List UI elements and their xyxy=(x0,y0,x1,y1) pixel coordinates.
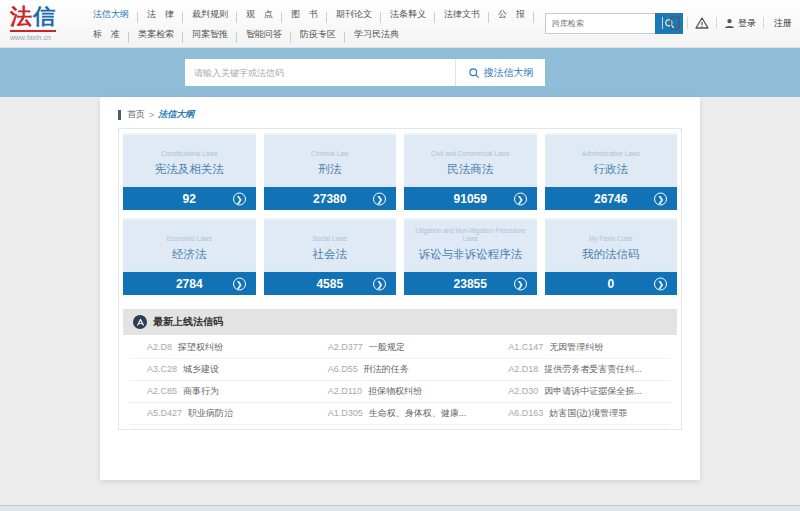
card-count: 91059 xyxy=(454,192,487,206)
login-link[interactable]: 登录 xyxy=(738,17,756,30)
faxin-code-title: 职业病防治 xyxy=(188,408,233,418)
arrow-circle-icon[interactable]: ❯ xyxy=(654,192,667,205)
card-body: Constitutional Laws 宪法及相关法 xyxy=(123,133,256,187)
card-administrative-laws[interactable]: Administrative Laws 行政法 26746 ❯ xyxy=(545,133,678,210)
nav-item-faxin-outline[interactable]: 法信大纲 xyxy=(84,8,138,21)
card-criminal-law[interactable]: Criminal Law 刑法 27380 ❯ xyxy=(264,133,397,210)
list-item[interactable]: A2.D18提供劳务者受害责任纠... xyxy=(490,359,671,381)
faxin-code-title: 探望权纠纷 xyxy=(178,342,223,352)
faxin-code: A1.C147 xyxy=(508,342,543,352)
card-body: Criminal Law 刑法 xyxy=(264,133,397,187)
register-link[interactable]: 注册 xyxy=(774,17,792,30)
main-search-button[interactable]: 搜法信大纲 xyxy=(455,59,545,86)
nav-item-journal-articles[interactable]: 期刊论文 xyxy=(327,8,381,21)
user-icon[interactable] xyxy=(724,18,735,29)
faxin-logo[interactable]: 法信 www.faxin.cn xyxy=(10,5,76,41)
breadcrumb-current[interactable]: 法信大纲 xyxy=(158,108,194,121)
card-count-bar: 2784 ❯ xyxy=(123,272,256,295)
nav-item-similar-case-search[interactable]: 类案检索 xyxy=(129,28,183,41)
nav-item-law[interactable]: 法 律 xyxy=(138,8,183,21)
breadcrumb-home[interactable]: 首页 xyxy=(127,108,145,121)
list-item[interactable]: A2.D377一般规定 xyxy=(310,337,491,359)
mobile-icon[interactable] xyxy=(670,16,680,30)
card-civil-commercial-laws[interactable]: Civil and Commercial Laws 民法商法 91059 ❯ xyxy=(404,133,537,210)
card-english-caption: Administrative Laws xyxy=(545,141,678,158)
list-item[interactable]: A2.C85商事行为 xyxy=(129,381,310,403)
faxin-code-title: 妨害国(边)境管理罪 xyxy=(549,408,627,418)
faxin-code: A2.D8 xyxy=(147,342,172,352)
faxin-code: A6.D163 xyxy=(508,408,543,418)
main-search-input[interactable] xyxy=(185,59,455,86)
latest-section-header: 最新上线法信码 xyxy=(123,309,677,335)
arrow-circle-icon[interactable]: ❯ xyxy=(654,277,667,290)
latest-codes-list: A2.D8探望权纠纷 A2.D377一般规定 A1.C147无因管理纠纷 A3.… xyxy=(123,337,677,425)
card-my-faxin-code[interactable]: My Faxin Code 我的法信码 0 ❯ xyxy=(545,218,678,295)
footer-strip xyxy=(0,505,800,511)
nav-item-legal-documents[interactable]: 法律文书 xyxy=(435,8,489,21)
faxin-code-title: 一般规定 xyxy=(369,342,405,352)
list-item[interactable]: A1.D305生命权、身体权、健康... xyxy=(310,403,491,425)
list-item[interactable]: A5.D427职业病防治 xyxy=(129,403,310,425)
list-item[interactable]: A2.D110担保物权纠纷 xyxy=(310,381,491,403)
faxin-code-title: 担保物权纠纷 xyxy=(368,386,422,396)
faxin-code-title: 因申请诉中证据保全损... xyxy=(544,386,642,396)
main-search-button-label: 搜法信大纲 xyxy=(484,66,534,80)
list-item[interactable]: A3.C28城乡建设 xyxy=(129,359,310,381)
card-body: My Faxin Code 我的法信码 xyxy=(545,218,678,272)
nav-item-standards[interactable]: 标 准 xyxy=(84,28,129,41)
faxin-code-title: 生命权、身体权、健康... xyxy=(369,408,467,418)
card-count: 92 xyxy=(183,192,196,206)
faxin-code-title: 城乡建设 xyxy=(183,364,219,374)
card-body: Economic Laws 经济法 xyxy=(123,218,256,272)
card-count: 27380 xyxy=(313,192,346,206)
card-litigation-procedure-laws[interactable]: Litigation and Non-litigation Procedure … xyxy=(404,218,537,295)
faxin-code: A2.C85 xyxy=(147,386,177,396)
card-count-bar: 26746 ❯ xyxy=(545,187,678,210)
arrow-circle-icon[interactable]: ❯ xyxy=(373,277,386,290)
faxin-code: A3.C28 xyxy=(147,364,177,374)
nav-item-law-interpretation[interactable]: 法条释义 xyxy=(381,8,435,21)
card-title: 经济法 xyxy=(123,247,256,262)
card-title: 宪法及相关法 xyxy=(123,162,256,177)
main-nav: 法信大纲 法 律 裁判规则 观 点 图 书 期刊论文 法条释义 法律文书 公 报… xyxy=(84,4,534,44)
arrow-circle-icon[interactable]: ❯ xyxy=(233,192,246,205)
breadcrumb: 首页 > 法信大纲 xyxy=(100,97,700,128)
outline-panel: Constitutional Laws 宪法及相关法 92 ❯ Criminal… xyxy=(118,128,682,430)
faxin-code-title: 无因管理纠纷 xyxy=(549,342,603,352)
card-economic-laws[interactable]: Economic Laws 经济法 2784 ❯ xyxy=(123,218,256,295)
divider xyxy=(687,17,688,29)
arrow-circle-icon[interactable]: ❯ xyxy=(514,192,527,205)
card-english-caption: Litigation and Non-litigation Procedure … xyxy=(404,226,537,243)
arrow-circle-icon[interactable]: ❯ xyxy=(373,192,386,205)
card-count: 2784 xyxy=(176,277,203,291)
card-body: Social Laws 社会法 xyxy=(264,218,397,272)
list-item[interactable]: A6.D55刑法的任务 xyxy=(310,359,491,381)
list-item[interactable]: A2.D8探望权纠纷 xyxy=(129,337,310,359)
nav-item-smart-qa[interactable]: 智能问答 xyxy=(237,28,291,41)
card-english-caption: Social Laws xyxy=(264,226,397,243)
list-item[interactable]: A6.D163妨害国(边)境管理罪 xyxy=(490,403,671,425)
card-constitutional-laws[interactable]: Constitutional Laws 宪法及相关法 92 ❯ xyxy=(123,133,256,210)
nav-item-similar-case-push[interactable]: 同案智推 xyxy=(183,28,237,41)
nav-item-gazette[interactable]: 公 报 xyxy=(489,8,534,21)
arrow-circle-icon[interactable]: ❯ xyxy=(233,277,246,290)
nav-item-viewpoints[interactable]: 观 点 xyxy=(237,8,282,21)
card-count-bar: 4585 ❯ xyxy=(264,272,397,295)
list-item[interactable]: A1.C147无因管理纠纷 xyxy=(490,337,671,359)
main-search: 搜法信大纲 xyxy=(185,59,545,86)
arrow-circle-icon[interactable]: ❯ xyxy=(514,277,527,290)
list-item[interactable]: A2.D30因申请诉中证据保全损... xyxy=(490,381,671,403)
card-english-caption: Civil and Commercial Laws xyxy=(404,141,537,158)
card-social-laws[interactable]: Social Laws 社会法 4585 ❯ xyxy=(264,218,397,295)
logo-url: www.faxin.cn xyxy=(10,34,76,41)
alert-icon[interactable] xyxy=(695,17,709,29)
quick-search-input[interactable] xyxy=(545,13,655,34)
nav-item-epidemic-zone[interactable]: 防疫专区 xyxy=(291,28,345,41)
faxin-code: A2.D110 xyxy=(328,386,362,396)
nav-item-books[interactable]: 图 书 xyxy=(282,8,327,21)
nav-item-judgment-rules[interactable]: 裁判规则 xyxy=(183,8,237,21)
card-body: Administrative Laws 行政法 xyxy=(545,133,678,187)
faxin-code: A2.D30 xyxy=(508,386,538,396)
breadcrumb-separator: > xyxy=(149,110,154,120)
nav-item-civil-code-study[interactable]: 学习民法典 xyxy=(345,28,408,41)
